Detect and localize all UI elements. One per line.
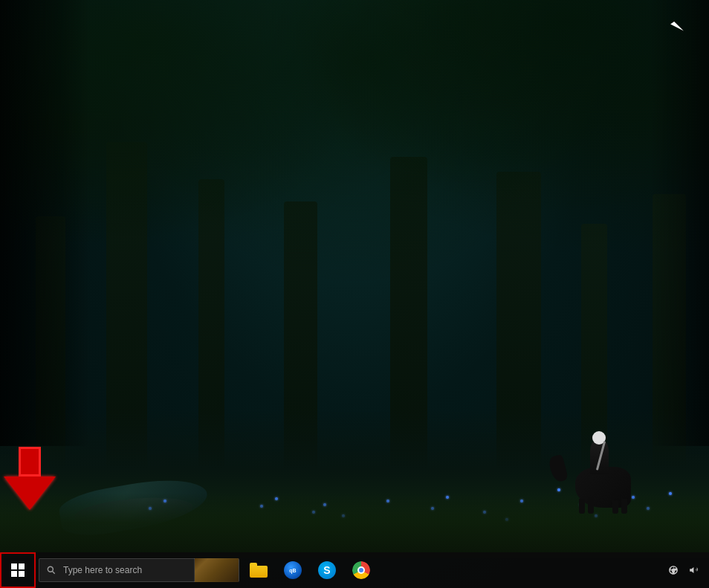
tree-shadow-left xyxy=(0,0,89,446)
taskbar-app-file-explorer[interactable] xyxy=(242,552,275,588)
windows-logo xyxy=(11,563,25,577)
tray-volume-icon[interactable] xyxy=(685,561,703,579)
chrome-icon xyxy=(352,561,370,579)
folder-body xyxy=(250,566,268,578)
taskbar: Type here to search S xyxy=(0,552,709,588)
annotation-arrow xyxy=(4,447,56,514)
taskbar-app-qbittorrent[interactable] xyxy=(276,552,309,588)
search-preview-image xyxy=(195,558,239,582)
search-preview-thumbnail xyxy=(194,558,239,582)
skype-icon: S xyxy=(318,561,336,579)
search-icon xyxy=(46,565,56,575)
qbittorrent-icon xyxy=(284,561,302,579)
windows-logo-quad-tl xyxy=(11,563,17,569)
tree-shadow-right xyxy=(650,0,709,446)
flower xyxy=(557,488,560,491)
arrow-shaft xyxy=(19,447,41,476)
search-bar[interactable]: Type here to search xyxy=(39,558,239,582)
system-tray xyxy=(664,561,709,579)
svg-line-1 xyxy=(52,571,54,573)
taskbar-apps: S xyxy=(242,552,378,588)
search-input-placeholder[interactable]: Type here to search xyxy=(63,565,194,575)
svg-point-0 xyxy=(48,566,53,572)
arrow-head xyxy=(4,476,56,510)
desktop xyxy=(0,0,709,588)
windows-logo-quad-tr xyxy=(19,563,25,569)
windows-logo-quad-br xyxy=(19,571,25,577)
chrome-center-dot xyxy=(357,566,365,574)
svg-marker-2 xyxy=(690,567,693,573)
search-icon-container xyxy=(39,558,63,582)
windows-logo-quad-bl xyxy=(11,571,17,577)
start-button[interactable] xyxy=(0,552,36,588)
chrome-outer xyxy=(352,561,370,579)
file-explorer-icon xyxy=(250,563,268,578)
tray-network-icon[interactable] xyxy=(664,561,682,579)
taskbar-app-chrome[interactable] xyxy=(345,552,378,588)
taskbar-app-skype[interactable]: S xyxy=(311,552,343,588)
foliage xyxy=(0,0,709,412)
